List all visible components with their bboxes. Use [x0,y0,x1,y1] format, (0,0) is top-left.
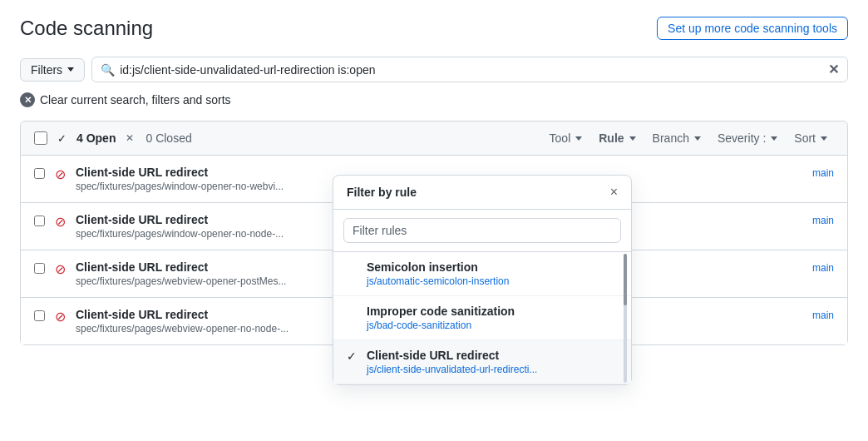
search-icon: 🔍 [101,63,115,77]
scrollbar-track [624,254,627,383]
filters-button[interactable]: Filters [20,58,85,82]
sort-button[interactable]: Sort [787,128,834,148]
closed-x-icon: ✕ [126,132,134,144]
row-2-checkbox[interactable] [34,263,45,274]
tool-filter-button[interactable]: Tool [543,128,589,148]
dropdown-item-0-sub: js/automatic-semicolon-insertion [367,275,618,287]
dropdown-item-1-content: Improper code sanitization js/bad-code-s… [367,305,618,331]
scrollbar-thumb [624,254,627,305]
dropdown-item-1-sub: js/bad-code-sanitization [367,320,618,331]
dropdown-item-2-sub: js/client-side-unvalidated-url-redirecti… [367,364,618,375]
dropdown-header: Filter by rule × [333,176,631,210]
check-icon: ✓ [57,132,67,145]
search-input[interactable] [120,63,823,77]
dropdown-close-button[interactable]: × [610,186,618,199]
filters-label: Filters [31,63,62,77]
dropdown-item-0-title: Semicolon insertion [367,260,618,274]
row-1-checkbox[interactable] [34,216,45,226]
branch-label: Branch [653,131,689,145]
setup-code-scanning-button[interactable]: Set up more code scanning tools [657,17,848,40]
tool-chevron-icon [575,136,582,141]
sort-chevron-icon [821,136,827,141]
dropdown-item-0-content: Semicolon insertion js/automatic-semicol… [367,260,618,287]
row-0-alert-icon: ⊘ [55,166,66,182]
search-bar: 🔍 ✕ [91,57,848,82]
branch-chevron-icon [694,136,701,141]
row-3-branch: main [812,310,834,321]
clear-banner: ✕ Clear current search, filters and sort… [20,92,848,107]
row-3-checkbox[interactable] [34,310,45,321]
filters-chevron-icon [67,67,74,72]
dropdown-item-2-check: ✓ [347,349,360,363]
dropdown-item-1-title: Improper code sanitization [367,305,618,318]
rule-chevron-icon [629,136,636,141]
filter-buttons: Tool Rule Branch Severity : Sort [543,128,834,148]
closed-count: 0 Closed [145,131,191,145]
branch-filter-button[interactable]: Branch [646,128,708,148]
select-all-checkbox[interactable] [34,131,47,145]
page-title: Code scanning [20,17,153,40]
search-row: Filters 🔍 ✕ [20,57,848,82]
row-0-checkbox[interactable] [34,168,45,179]
rule-label: Rule [599,131,624,145]
severity-label: Severity : [718,131,766,145]
dropdown-item-0[interactable]: Semicolon insertion js/automatic-semicol… [333,252,631,296]
page-header: Code scanning Set up more code scanning … [20,17,848,40]
row-3-alert-icon: ⊘ [55,309,66,325]
severity-chevron-icon [771,136,777,141]
table-header: ✓ 4 Open ✕ 0 Closed Tool Rule Branch Se [21,121,847,156]
clear-banner-icon[interactable]: ✕ [20,92,35,107]
dropdown-item-2[interactable]: ✓ Client-side URL redirect js/client-sid… [333,340,631,384]
row-2-alert-icon: ⊘ [55,261,66,277]
row-1-branch: main [812,215,834,226]
rule-filter-button[interactable]: Rule [592,128,642,148]
severity-filter-button[interactable]: Severity : [711,128,784,148]
row-0-branch: main [812,167,834,179]
row-2-branch: main [812,262,834,274]
dropdown-item-1[interactable]: Improper code sanitization js/bad-code-s… [333,296,631,340]
dropdown-item-2-content: Client-side URL redirect js/client-side-… [367,349,618,375]
dropdown-title: Filter by rule [347,186,417,199]
clear-search-icon[interactable]: ✕ [828,62,839,77]
dropdown-list: Semicolon insertion js/automatic-semicol… [333,252,631,384]
dropdown-search-input[interactable] [343,218,621,243]
scrollbar[interactable] [623,252,628,384]
sort-label: Sort [794,131,816,145]
row-1-alert-icon: ⊘ [55,214,66,230]
open-count: 4 Open [76,131,116,145]
dropdown-search-area [333,210,631,252]
tool-label: Tool [550,131,571,145]
rule-filter-dropdown: Filter by rule × Semicolon insertion js/… [333,175,632,385]
dropdown-item-2-title: Client-side URL redirect [367,349,618,362]
clear-banner-label: Clear current search, filters and sorts [40,93,231,107]
